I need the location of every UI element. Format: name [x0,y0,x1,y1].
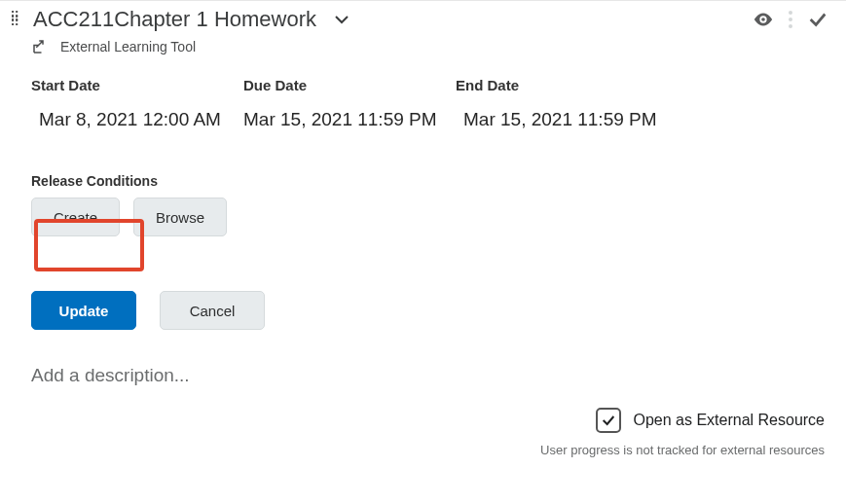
create-button[interactable]: Create [31,198,120,236]
browse-button[interactable]: Browse [133,198,227,236]
title-actions-dropdown[interactable] [334,12,349,27]
start-date-value: Mar 8, 2021 12:00 AM [39,109,243,130]
start-date-label: Start Date [31,77,243,93]
description-placeholder[interactable]: Add a description... [31,365,836,386]
due-date-label: Due Date [243,77,456,93]
svg-point-1 [789,11,792,15]
external-tool-icon [31,38,49,55]
drag-handle-icon[interactable]: ⠿⠿ [10,15,25,24]
checkmark-icon[interactable] [807,9,828,30]
cancel-button[interactable]: Cancel [160,291,265,330]
svg-point-0 [761,18,765,21]
open-external-label: Open as External Resource [633,412,825,429]
visibility-icon[interactable] [753,9,774,30]
end-date-label: End Date [456,77,519,93]
svg-point-2 [789,18,792,21]
due-date-value: Mar 15, 2021 11:59 PM [243,109,463,130]
external-footnote: User progress is not tracked for externa… [10,443,825,457]
page-title: ACC211Chapter 1 Homework [33,7,316,32]
tool-type-label: External Learning Tool [60,39,196,54]
update-button[interactable]: Update [31,291,136,330]
end-date-value: Mar 15, 2021 11:59 PM [463,109,657,130]
open-external-checkbox[interactable] [596,408,621,433]
release-conditions-label: Release Conditions [31,173,836,190]
svg-point-3 [789,24,792,28]
more-actions-icon[interactable] [788,9,793,30]
